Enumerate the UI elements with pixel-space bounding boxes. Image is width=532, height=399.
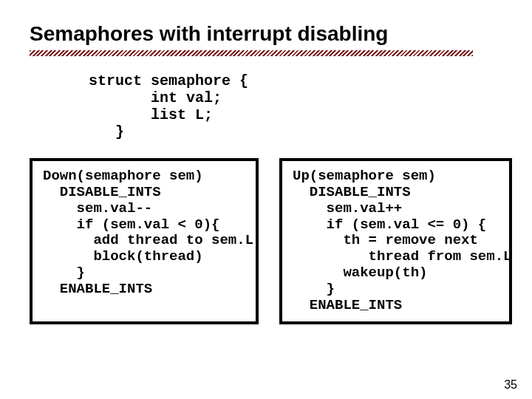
struct-code: struct semaphore { int val; list L; } (89, 72, 502, 140)
slide-title: Semaphores with interrupt disabling (30, 22, 502, 46)
slide: Semaphores with interrupt disabling stru… (0, 0, 532, 399)
up-code-box: Up(semaphore sem) DISABLE_INTS sem.val++… (279, 158, 512, 324)
code-columns: Down(semaphore sem) DISABLE_INTS sem.val… (30, 158, 502, 324)
page-number: 35 (504, 378, 517, 392)
title-underline (30, 50, 473, 56)
down-code-box: Down(semaphore sem) DISABLE_INTS sem.val… (30, 158, 259, 324)
